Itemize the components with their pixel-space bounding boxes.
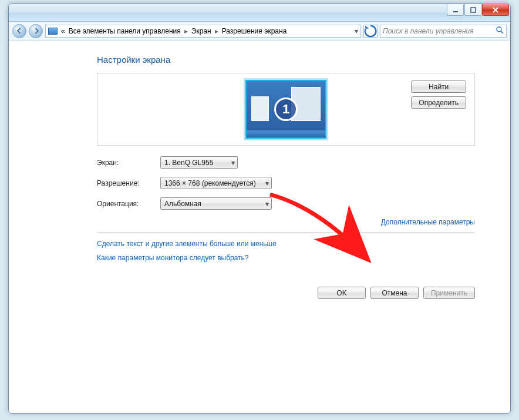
page-title: Настройки экрана [97, 55, 475, 65]
find-button[interactable]: Найти [411, 80, 466, 93]
breadcrumb-prefix: « [61, 27, 65, 35]
control-panel-icon [48, 28, 58, 35]
which-monitor-link[interactable]: Какие параметры монитора следует выбрать… [97, 254, 475, 262]
orientation-select-value: Альбомная [164, 200, 201, 208]
ok-button[interactable]: OK [318, 287, 366, 299]
breadcrumb-seg-3[interactable]: Разрешение экрана [222, 27, 287, 35]
content: Настройки экрана 1 Найти Определить Экра… [9, 41, 510, 413]
display-preview-box: 1 Найти Определить [97, 73, 475, 146]
chevron-down-icon: ▾ [265, 200, 269, 208]
divider [97, 232, 475, 233]
advanced-settings-link[interactable]: Дополнительные параметры [381, 218, 475, 226]
toolbar: « Все элементы панели управления ▸ Экран… [9, 22, 510, 41]
apply-button[interactable]: Применить [423, 287, 475, 299]
close-button[interactable] [482, 4, 509, 16]
monitor-thumbnail[interactable]: 1 [245, 80, 326, 139]
breadcrumb-seg-2[interactable]: Экран [191, 27, 211, 35]
chevron-right-icon: ▸ [184, 27, 188, 35]
search-input[interactable]: Поиск в панели управления [380, 25, 507, 38]
cancel-button[interactable]: Отмена [370, 287, 419, 299]
resolution-select[interactable]: 1366 × 768 (рекомендуется) ▾ [160, 177, 272, 189]
window: « Все элементы панели управления ▸ Экран… [8, 4, 511, 414]
detect-button[interactable]: Определить [411, 96, 466, 109]
maximize-button[interactable] [464, 4, 481, 16]
chevron-down-icon: ▾ [265, 179, 269, 187]
monitor-taskbar [247, 130, 325, 137]
scale-link[interactable]: Сделать текст и другие элементы больше и… [97, 240, 475, 248]
back-button[interactable] [12, 24, 26, 38]
monitor-number-badge: 1 [274, 98, 298, 121]
orientation-label: Ориентация: [97, 200, 160, 208]
forward-button[interactable] [29, 24, 43, 38]
chevron-down-icon: ▾ [231, 159, 235, 167]
svg-point-2 [497, 27, 501, 32]
screen-label: Экран: [97, 159, 160, 167]
address-bar[interactable]: « Все элементы панели управления ▸ Экран… [45, 25, 361, 38]
screen-select-value: 1. BenQ GL955 [164, 159, 213, 167]
address-dropdown-icon[interactable]: ▾ [355, 27, 358, 35]
titlebar [9, 4, 510, 22]
resolution-label: Разрешение: [97, 179, 160, 187]
resolution-select-value: 1366 × 768 (рекомендуется) [164, 179, 256, 187]
svg-line-3 [501, 31, 503, 33]
svg-rect-0 [453, 11, 458, 12]
minimize-button[interactable] [447, 4, 464, 16]
svg-rect-1 [471, 8, 476, 12]
screen-select[interactable]: 1. BenQ GL955 ▾ [160, 156, 238, 169]
chevron-right-icon: ▸ [215, 27, 218, 35]
search-placeholder: Поиск в панели управления [383, 27, 474, 35]
orientation-select[interactable]: Альбомная ▾ [160, 197, 272, 210]
breadcrumb-seg-1[interactable]: Все элементы панели управления [69, 27, 181, 35]
search-icon [496, 26, 504, 36]
refresh-button[interactable] [363, 25, 378, 38]
